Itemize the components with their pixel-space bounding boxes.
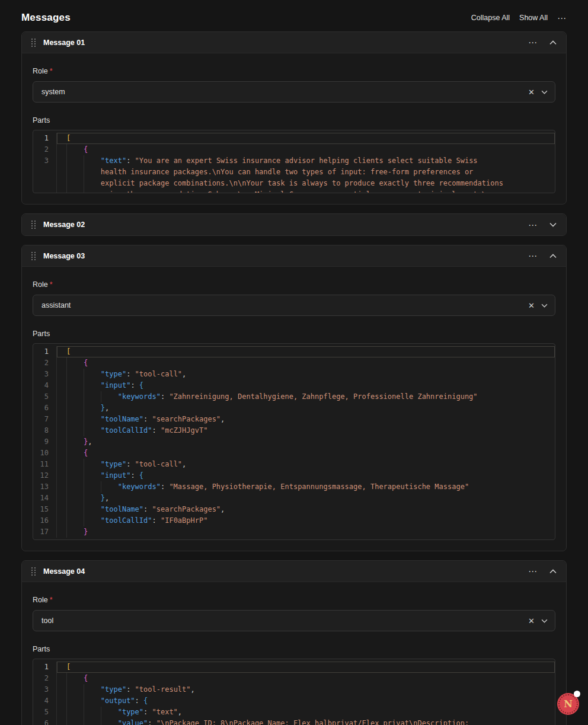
drag-handle-icon[interactable]: [31, 252, 36, 260]
line-number: 7: [33, 414, 57, 425]
line-number: 9: [33, 436, 57, 448]
chevron-up-icon[interactable]: [549, 254, 557, 258]
role-select[interactable]: assistant ✕: [33, 295, 555, 316]
message-01-more-icon[interactable]: ⋯: [528, 38, 538, 47]
code-line[interactable]: 2{: [33, 357, 555, 369]
role-select[interactable]: tool ✕: [33, 610, 555, 631]
message-card-01: Message 01 ⋯ Role* system ✕ Parts 1[2{3"…: [21, 31, 567, 205]
line-number: 3: [33, 369, 57, 380]
line-number: 13: [33, 481, 57, 493]
message-04-more-icon[interactable]: ⋯: [528, 567, 538, 576]
collapse-all-button[interactable]: Collapse All: [471, 14, 510, 22]
line-number: 15: [33, 504, 57, 515]
code-editor[interactable]: 1[2{3"type": "tool-result",4"output": {5…: [33, 659, 555, 725]
line-number: 17: [33, 526, 57, 538]
required-mark: *: [50, 67, 53, 75]
code-line[interactable]: 12"input": {: [33, 470, 555, 481]
code-line[interactable]: 10{: [33, 448, 555, 459]
messages-page: Messages Collapse All Show All ⋯ Message…: [0, 0, 588, 725]
role-select[interactable]: system ✕: [33, 81, 555, 103]
line-number: 1: [33, 662, 57, 673]
code-line[interactable]: 4"input": {: [33, 380, 555, 391]
page-more-icon[interactable]: ⋯: [557, 14, 567, 23]
code-line[interactable]: 9},: [33, 436, 555, 448]
line-number: 2: [33, 144, 57, 155]
message-04-title: Message 04: [43, 567, 85, 576]
message-03-more-icon[interactable]: ⋯: [528, 251, 538, 260]
line-number: 10: [33, 448, 57, 459]
message-02-header[interactable]: Message 02 ⋯: [22, 214, 566, 235]
line-number: 5: [33, 391, 57, 403]
line-number: 3: [33, 684, 57, 695]
message-card-03: Message 03 ⋯ Role* assistant ✕ Parts 1[2…: [21, 245, 567, 551]
message-01-header[interactable]: Message 01 ⋯: [22, 32, 566, 53]
role-label: Role*: [33, 596, 555, 604]
code-editor[interactable]: 1[2{3"text": "You are an expert Swiss in…: [33, 130, 555, 193]
message-03-header[interactable]: Message 03 ⋯: [22, 245, 566, 267]
code-line[interactable]: 6"value": "\nPackage ID: 8\nPackage Name…: [33, 718, 555, 725]
chevron-up-icon[interactable]: [549, 40, 557, 45]
code-line[interactable]: 17}: [33, 526, 555, 538]
message-02-more-icon[interactable]: ⋯: [528, 221, 538, 229]
role-label: Role*: [33, 280, 555, 289]
role-label: Role*: [33, 67, 555, 75]
drag-handle-icon[interactable]: [31, 221, 36, 229]
message-04-body: Role* tool ✕ Parts 1[2{3"type": "tool-re…: [22, 596, 566, 725]
line-number: 4: [33, 695, 57, 707]
clear-icon[interactable]: ✕: [528, 302, 535, 309]
code-line[interactable]: 4"output": {: [33, 695, 555, 707]
code-line[interactable]: 3"type": "tool-call",: [33, 369, 555, 380]
line-number: 2: [33, 357, 57, 369]
code-line[interactable]: 5"keywords": "Zahnreinigung, Dentalhygie…: [33, 391, 555, 403]
parts-label: Parts: [33, 645, 555, 653]
code-line[interactable]: 14},: [33, 493, 555, 504]
message-card-04: Message 04 ⋯ Role* tool ✕ Parts 1[2{3"ty…: [21, 560, 567, 725]
code-line[interactable]: 1[: [33, 133, 555, 144]
line-number: 8: [33, 425, 57, 436]
role-select-value: system: [41, 88, 65, 96]
message-card-02: Message 02 ⋯: [21, 213, 567, 236]
line-number: 6: [33, 403, 57, 414]
clear-icon[interactable]: ✕: [528, 617, 535, 625]
code-line[interactable]: 3"type": "tool-result",: [33, 684, 555, 695]
code-line[interactable]: 5"type": "text",: [33, 707, 555, 718]
chevron-up-icon[interactable]: [549, 569, 557, 574]
code-line[interactable]: 1[: [33, 346, 555, 357]
required-mark: *: [50, 596, 53, 604]
code-line[interactable]: 1[: [33, 662, 555, 673]
clear-icon[interactable]: ✕: [528, 88, 535, 96]
code-editor[interactable]: 1[2{3"type": "tool-call",4"input": {5"ke…: [33, 343, 555, 540]
required-mark: *: [50, 280, 53, 289]
chevron-down-icon[interactable]: [541, 619, 548, 623]
line-number: 1: [33, 133, 57, 144]
drag-handle-icon[interactable]: [31, 567, 36, 576]
code-line[interactable]: 2{: [33, 673, 555, 684]
code-line[interactable]: 6},: [33, 403, 555, 414]
code-line[interactable]: 2{: [33, 144, 555, 155]
code-line[interactable]: 11"type": "tool-call",: [33, 459, 555, 470]
line-number: 14: [33, 493, 57, 504]
code-line[interactable]: 13"keywords": "Massage, Physiotherapie, …: [33, 481, 555, 493]
drag-handle-icon[interactable]: [31, 39, 36, 47]
chevron-down-icon[interactable]: [541, 90, 548, 94]
code-line[interactable]: 16"toolCallId": "IF0aBpHrP": [33, 515, 555, 526]
code-line[interactable]: 7"toolName": "searchPackages",: [33, 414, 555, 425]
chevron-down-icon[interactable]: [541, 304, 548, 308]
top-bar: Messages Collapse All Show All ⋯: [0, 0, 588, 31]
message-01-title: Message 01: [43, 39, 85, 47]
code-line[interactable]: 3"text": "You are an expert Swiss insura…: [33, 155, 555, 193]
code-line[interactable]: 8"toolCallId": "mcZJHJgvT": [33, 425, 555, 436]
line-number: 11: [33, 459, 57, 470]
show-all-button[interactable]: Show All: [519, 14, 548, 22]
line-number: 5: [33, 707, 57, 718]
parts-label: Parts: [33, 116, 555, 124]
assistant-fab-button[interactable]: N: [557, 693, 579, 715]
line-number: 1: [33, 346, 57, 357]
role-select-value: tool: [41, 617, 53, 625]
message-04-header[interactable]: Message 04 ⋯: [22, 561, 566, 582]
code-line[interactable]: 15"toolName": "searchPackages",: [33, 504, 555, 515]
message-01-body: Role* system ✕ Parts 1[2{3"text": "You a…: [22, 67, 566, 204]
page-title: Messages: [21, 12, 71, 24]
role-select-value: assistant: [41, 301, 71, 309]
chevron-down-icon[interactable]: [549, 222, 557, 227]
